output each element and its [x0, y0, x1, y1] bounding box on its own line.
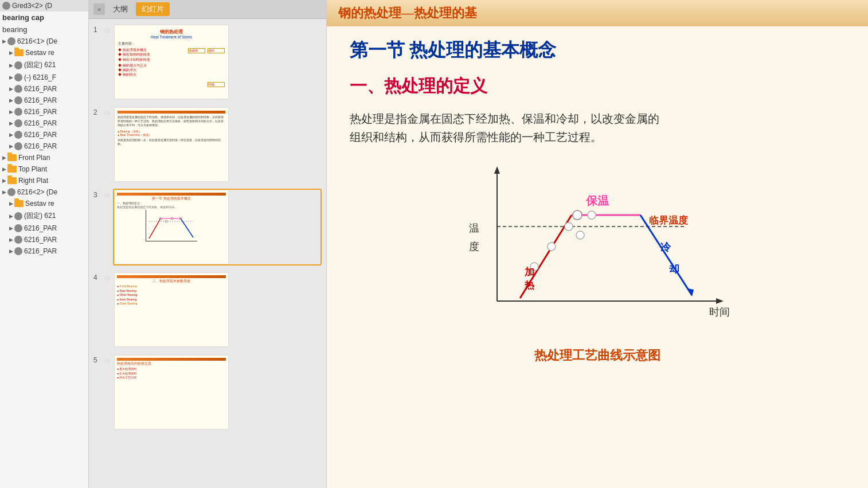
slides-panel: « 大纲 幻灯片 1 ☆ 钢的热处理 Heat Treatment of Ste…: [89, 0, 327, 488]
gear-icon-20: [14, 236, 22, 244]
gear-icon-16: [7, 188, 15, 196]
sidebar-item-16[interactable]: ▶ 6216<2> (De: [0, 186, 88, 198]
svg-marker-10: [494, 166, 500, 174]
sidebar-item-7[interactable]: ▶ 6216_PAR: [0, 83, 88, 95]
sidebar-item-front-plan[interactable]: ▶ Front Plan: [0, 152, 88, 163]
slide-thumb-4[interactable]: 二、热处理基本参数用途 ● Front Bearing ● Rear Beari…: [113, 271, 322, 348]
svg-point-24: [576, 231, 584, 239]
folder-icon-4: [14, 49, 24, 56]
svg-text:保温: 保温: [585, 194, 609, 207]
gear-icon-6: [14, 73, 22, 81]
expand-arrow-fp: ▶: [2, 155, 6, 161]
sidebar-label-16: 6216<2> (De: [17, 188, 57, 196]
sidebar-item-4[interactable]: ▶ Sestav re: [0, 47, 88, 58]
section-title: 第一节 热处理的基本概念: [350, 38, 845, 63]
folder-icon-rp: [7, 177, 17, 184]
slide-number-4: 4: [93, 274, 104, 282]
sidebar-item-bearing[interactable]: bearing: [0, 24, 88, 36]
sidebar-item-6[interactable]: ▶ (-) 6216_F: [0, 72, 88, 83]
expand-arrow-7: ▶: [9, 86, 13, 92]
header-title: 钢的热处理—热处理的基: [338, 6, 477, 20]
sidebar-label-bearing-cap: bearing cap: [2, 13, 44, 22]
expand-arrow-8: ▶: [9, 97, 13, 103]
sidebar-label-19: 6216_PAR: [24, 224, 57, 232]
sidebar-item-9[interactable]: ▶ 6216_PAR: [0, 106, 88, 118]
folder-icon-17: [14, 200, 24, 207]
sidebar-item-12[interactable]: ▶ 6216_PAR: [0, 140, 88, 152]
expand-arrow-20: ▶: [9, 237, 13, 243]
slide-item-4[interactable]: 4 ☆ 二、热处理基本参数用途 ● Front Bearing ● Rear B…: [93, 271, 322, 348]
slide-item-1[interactable]: 1 ☆ 钢的热处理 Heat Treatment of Steels 主要内容：…: [93, 24, 322, 100]
sidebar-item-3[interactable]: ▶ 6216<1> (De: [0, 36, 88, 47]
sidebar-label-0: Gred3<2> (D: [12, 2, 52, 10]
sidebar-label-tp: Top Plant: [18, 165, 47, 173]
sidebar-label-5: (固定) 621: [24, 60, 56, 70]
slide-number-5: 5: [93, 356, 104, 364]
sidebar-item-19[interactable]: ▶ 6216_PAR: [0, 222, 88, 234]
svg-text:临界温度: 临界温度: [649, 214, 689, 226]
sidebar-item-5[interactable]: ▶ (固定) 621: [0, 58, 88, 72]
slide-item-5[interactable]: 5 ☆ 热处理相关内容第五页 ● 退火处理说明 ● 正火处理说明 ● 淬火工艺介…: [93, 354, 322, 431]
slide-star-3[interactable]: ☆: [104, 191, 113, 200]
slide-item-3[interactable]: 3 ☆ 第一节 热处理的基本概念 一、热处理的定义 热处理是指金属在固态下经加热…: [93, 189, 322, 266]
expand-arrow-5: ▶: [9, 63, 13, 68]
slide-star-1[interactable]: ☆: [104, 26, 113, 35]
gear-icon-5: [14, 61, 22, 69]
expand-arrow-4: ▶: [9, 50, 13, 56]
slide-star-5[interactable]: ☆: [104, 356, 113, 365]
content-line2: 组织和结构，从而获得所需性能的一种工艺过程。: [350, 131, 602, 143]
main-body: 第一节 热处理的基本概念 一、热处理的定义 热处理是指金属在固态下经加热、保温和…: [327, 26, 868, 376]
svg-text:却: 却: [669, 263, 679, 275]
process-chart: 温 度 时间: [440, 158, 755, 335]
sidebar-item-20[interactable]: ▶ 6216_PAR: [0, 234, 88, 245]
gear-icon-18: [14, 212, 22, 220]
sidebar-item-10[interactable]: ▶ 6216_PAR: [0, 118, 88, 129]
svg-text:度: 度: [469, 241, 479, 252]
sidebar-item-18[interactable]: ▶ (固定) 621: [0, 209, 88, 222]
slide-thumb-3[interactable]: 第一节 热处理的基本概念 一、热处理的定义 热处理是指金属在固态下经加热、保温和…: [113, 189, 322, 266]
sidebar-item-right-plat[interactable]: ▶ Right Plat: [0, 175, 88, 186]
svg-marker-11: [716, 298, 724, 304]
gear-icon-21: [14, 247, 22, 255]
sidebar-item-top-plant[interactable]: ▶ Top Plant: [0, 163, 88, 175]
slide-item-2[interactable]: 2 ☆ 热处理是指金属在固态下经加热、保温和冷却，以改变金属的组织和结构，从而获…: [93, 106, 322, 183]
tab-slides[interactable]: 幻灯片: [136, 2, 170, 16]
expand-arrow-6: ▶: [9, 75, 13, 80]
sidebar-item-bearing-cap[interactable]: bearing cap: [0, 11, 88, 24]
slide-thumb-1[interactable]: 钢的热处理 Heat Treatment of Steels 主要内容： ◆ 热…: [113, 24, 322, 100]
expand-arrow-rp: ▶: [2, 178, 6, 184]
sidebar-label-18: (固定) 621: [24, 211, 56, 221]
expand-arrow-11: ▶: [9, 132, 13, 138]
slide-thumb-2[interactable]: 热处理是指金属在固态下经加热、保温和冷却，以改变金属的组织和结构，从而获得所需性…: [113, 106, 322, 183]
sidebar-label-9: 6216_PAR: [24, 108, 57, 116]
slide-number-1: 1: [93, 26, 104, 34]
slide-star-4[interactable]: ☆: [104, 274, 113, 283]
expand-arrow-16: ▶: [2, 189, 6, 195]
expand-arrow-19: ▶: [9, 225, 13, 231]
gear-icon-12: [14, 142, 22, 150]
gear-icon-10: [14, 119, 22, 127]
slide-star-2[interactable]: ☆: [104, 108, 113, 118]
sidebar-label-3: 6216<1> (De: [17, 37, 57, 45]
gear-icon-7: [14, 85, 22, 93]
expand-arrow-18: ▶: [9, 213, 13, 219]
slide-number-3: 3: [93, 191, 104, 199]
sidebar-label-11: 6216_PAR: [24, 131, 57, 139]
sidebar-item-17[interactable]: ▶ Sestav re: [0, 198, 88, 209]
tab-outline[interactable]: 大纲: [107, 2, 134, 16]
sidebar-item-11[interactable]: ▶ 6216_PAR: [0, 129, 88, 140]
sidebar-label-rp: Right Plat: [18, 177, 48, 185]
slides-list: 1 ☆ 钢的热处理 Heat Treatment of Steels 主要内容：…: [89, 19, 326, 488]
sidebar-label-10: 6216_PAR: [24, 119, 57, 127]
gear-icon-8: [14, 96, 22, 104]
collapse-button[interactable]: «: [93, 3, 105, 15]
slide-thumb-5[interactable]: 热处理相关内容第五页 ● 退火处理说明 ● 正火处理说明 ● 淬火工艺介绍: [113, 354, 322, 431]
expand-arrow-21: ▶: [9, 248, 13, 254]
expand-arrow-12: ▶: [9, 143, 13, 149]
sidebar-item-21[interactable]: ▶ 6216_PAR: [0, 245, 88, 257]
svg-point-25: [588, 211, 596, 219]
sidebar-item-0[interactable]: Gred3<2> (D: [0, 0, 88, 11]
sidebar-item-8[interactable]: ▶ 6216_PAR: [0, 95, 88, 106]
main-content: 钢的热处理—热处理的基 第一节 热处理的基本概念 一、热处理的定义 热处理是指金…: [327, 0, 868, 488]
main-header: 钢的热处理—热处理的基: [327, 0, 868, 26]
